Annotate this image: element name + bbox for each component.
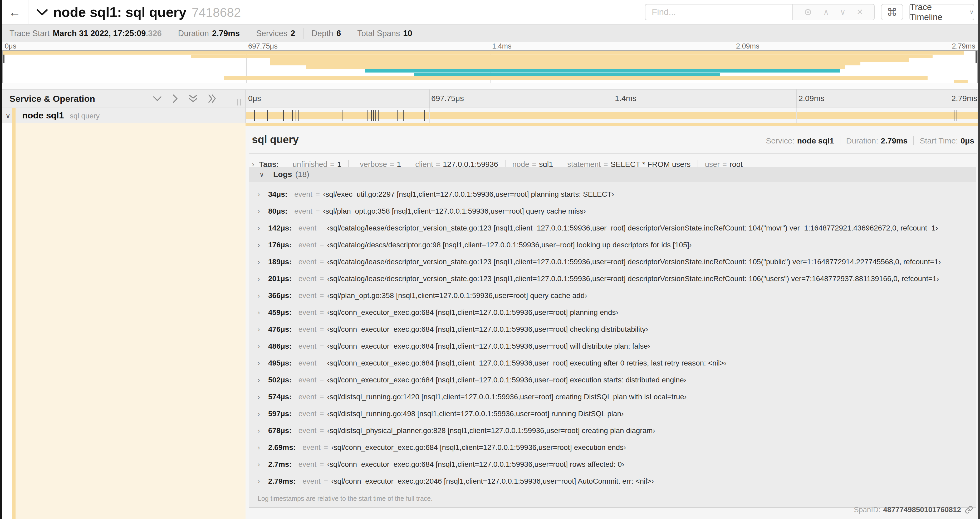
collapse-controls [153, 94, 216, 103]
expand-all-icon[interactable] [208, 94, 216, 103]
log-marker-tick [375, 110, 376, 121]
log-entry-row[interactable]: ›495μs:event=‹sql/conn_executor_exec.go:… [249, 355, 976, 372]
chevron-right-icon[interactable]: › [258, 444, 264, 452]
collapse-one-icon[interactable] [153, 96, 162, 102]
chevron-right-icon[interactable]: › [258, 376, 264, 384]
back-button[interactable]: ← [7, 4, 23, 20]
stat-label: Trace Start [10, 29, 49, 38]
timeline-gridline [613, 108, 613, 123]
minimap-span-bar [365, 69, 840, 72]
chevron-right-icon[interactable]: › [258, 342, 264, 350]
deep-link-icon[interactable] [965, 506, 973, 514]
span-row-name-column[interactable]: ∨ node sql1sql query [0, 108, 245, 123]
minimap-span-bar [224, 76, 928, 80]
log-entry-row[interactable]: ›597μs:event=‹sql/distsql_running.go:498… [249, 405, 976, 422]
window-scrollbar[interactable] [978, 0, 980, 519]
logs-title: Logs [273, 170, 292, 179]
minimap-span-bar [414, 73, 720, 76]
span-color-stripe [12, 108, 16, 123]
log-entry-row[interactable]: ›486μs:event=‹sql/conn_executor_exec.go:… [249, 338, 976, 355]
chevron-right-icon[interactable]: › [258, 241, 264, 249]
find-input[interactable] [645, 4, 792, 20]
chevron-right-icon[interactable]: › [258, 224, 264, 232]
chevron-right-icon[interactable]: › [258, 427, 264, 435]
stat-value: 2.79ms [212, 29, 240, 38]
chevron-right-icon[interactable]: › [258, 292, 264, 300]
chevron-right-icon[interactable]: › [258, 207, 264, 216]
log-field-equals: = [320, 241, 324, 249]
trace-minimap[interactable] [2, 50, 978, 83]
pane-divider[interactable] [245, 89, 246, 123]
stat-label: Duration [178, 29, 209, 38]
log-entry-row[interactable]: ›574μs:event=‹sql/distsql_running.go:142… [249, 388, 976, 405]
logs-accordion: ∨ Logs (18) ›34μs:event=‹sql/exec_util.g… [249, 167, 976, 508]
log-field-key: event [299, 325, 317, 334]
log-field-equals: = [320, 393, 324, 401]
log-field-equals: = [316, 190, 320, 199]
find-next-icon[interactable]: ∨ [840, 8, 846, 16]
trace-id: 7418682 [192, 6, 241, 19]
log-entry-row[interactable]: ›678μs:event=‹sql/distsql_physical_plann… [249, 422, 976, 439]
log-marker-tick [424, 110, 425, 121]
log-entry-row[interactable]: ›476μs:event=‹sql/conn_executor_exec.go:… [249, 321, 976, 338]
log-entry-row[interactable]: ›189μs:event=‹sql/catalog/lease/descript… [249, 254, 976, 270]
log-marker-tick [371, 110, 372, 121]
log-entry-row[interactable]: ›142μs:event=‹sql/catalog/lease/descript… [249, 220, 976, 236]
trace-title-collapse-chevron-icon[interactable] [37, 9, 48, 16]
stat-value: 6 [336, 29, 341, 38]
log-field-key: event [299, 241, 317, 249]
collapse-all-icon[interactable] [189, 94, 197, 103]
log-marker-tick [367, 110, 368, 121]
chevron-right-icon[interactable]: › [258, 275, 264, 283]
column-resize-grip[interactable] [237, 99, 241, 105]
overview-label: Service: [766, 136, 794, 145]
chevron-right-icon[interactable]: › [258, 258, 264, 266]
page-title: node sql1: sql query7418682 [53, 4, 241, 20]
span-detail-panel: sql query Service:node sql1Duration:2.79… [245, 126, 980, 519]
trace-view-select[interactable]: Trace Timeline ∨ [909, 4, 974, 20]
stat-value: 2 [291, 29, 295, 38]
locate-icon[interactable] [804, 8, 812, 16]
keyboard-shortcuts-button[interactable]: ⌘ [881, 4, 903, 20]
chevron-right-icon[interactable]: › [258, 410, 264, 418]
minimap-span-bar [954, 80, 967, 83]
chevron-right-icon[interactable]: › [258, 477, 264, 485]
chevron-right-icon[interactable]: › [258, 460, 264, 469]
log-entry-row[interactable]: ›80μs:event=‹sql/plan_opt.go:358 [nsql1,… [249, 203, 976, 220]
log-entry-row[interactable]: ›459μs:event=‹sql/conn_executor_exec.go:… [249, 304, 976, 321]
header-divider [28, 0, 29, 24]
service-label: node sql1 [22, 110, 64, 120]
span-id-label: SpanID: [854, 506, 880, 514]
chevron-right-icon[interactable]: › [258, 308, 264, 317]
expand-one-icon[interactable] [172, 94, 178, 103]
log-field-value: ‹sql/conn_executor_exec.go:684 [nsql1,cl… [327, 308, 618, 317]
overview-item: Duration:2.79ms [840, 136, 908, 145]
chevron-right-icon[interactable]: › [258, 326, 264, 334]
chevron-right-icon[interactable]: › [258, 359, 264, 367]
minimap-right-scrubber[interactable] [975, 51, 977, 63]
span-collapse-chevron-icon[interactable]: ∨ [5, 111, 11, 120]
log-timestamp: 574μs: [268, 393, 292, 401]
log-entry-row[interactable]: ›502μs:event=‹sql/conn_executor_exec.go:… [249, 372, 976, 388]
trace-stat: Duration2.79ms [170, 28, 248, 39]
log-entry-row[interactable]: ›366μs:event=‹sql/plan_opt.go:358 [nsql1… [249, 287, 976, 304]
log-entry-row[interactable]: ›2.7ms:event=‹sql/conn_executor_exec.go:… [249, 456, 976, 473]
log-marker-tick [342, 110, 342, 121]
chevron-right-icon[interactable]: › [258, 190, 264, 199]
expanded-span-bar[interactable] [245, 123, 980, 126]
log-field-value: ‹sql/plan_opt.go:358 [nsql1,client=127.0… [327, 291, 587, 300]
log-entry-row[interactable]: ›2.79ms:event=‹sql/conn_executor_exec.go… [249, 473, 976, 490]
log-entry-row[interactable]: ›201μs:event=‹sql/catalog/lease/descript… [249, 270, 976, 287]
axis-tick-label: 2.79ms [951, 94, 977, 103]
log-field-key: event [299, 410, 317, 418]
find-clear-icon[interactable]: ✕ [856, 8, 863, 16]
log-field-value: ‹sql/conn_executor_exec.go:2046 [nsql1,c… [331, 477, 654, 485]
log-entry-row[interactable]: ›2.69ms:event=‹sql/conn_executor_exec.go… [249, 439, 976, 456]
find-prev-icon[interactable]: ∧ [823, 8, 829, 16]
span-detail-title: sql query [252, 134, 299, 145]
logs-accordion-header[interactable]: ∨ Logs (18) [249, 167, 976, 182]
chevron-right-icon[interactable]: › [258, 393, 264, 401]
span-row-timeline[interactable] [245, 108, 980, 123]
log-entry-row[interactable]: ›34μs:event=‹sql/exec_util.go:2297 [nsql… [249, 186, 976, 203]
log-entry-row[interactable]: ›176μs:event=‹sql/catalog/descs/descript… [249, 236, 976, 254]
